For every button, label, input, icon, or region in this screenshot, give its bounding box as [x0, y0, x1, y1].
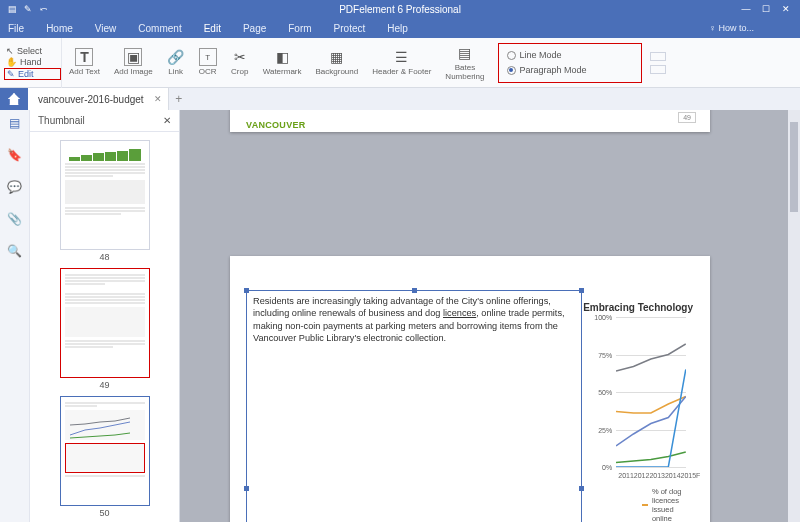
radio-icon [507, 66, 516, 75]
thumbnail-49[interactable]: 49 [60, 268, 150, 390]
ocr-icon: T [199, 48, 217, 66]
add-tab-button[interactable]: + [169, 92, 189, 106]
maximize-button[interactable]: ☐ [760, 4, 772, 14]
close-tab-icon[interactable]: ✕ [154, 94, 162, 104]
thumbnail-panel: Thumbnail ✕ 48 [30, 110, 180, 522]
ribbon-toolbar: ↖Select ✋Hand ✎Edit TAdd Text ▣Add Image… [0, 38, 800, 88]
tab-label: vancouver-2016-budget [38, 94, 144, 105]
bates-numbering-button[interactable]: ▤Bates Numbering [438, 38, 491, 88]
thumbnail-header: Thumbnail ✕ [30, 110, 179, 132]
link-button[interactable]: 🔗Link [160, 38, 192, 88]
edit-mode[interactable]: ✎Edit [4, 68, 61, 80]
page-stack: VANCOUVER 49 Residents are increasingly … [230, 110, 710, 522]
menu-home[interactable]: Home [46, 23, 73, 34]
link-icon: 🔗 [167, 48, 185, 66]
close-panel-icon[interactable]: ✕ [163, 115, 171, 126]
line-mode-radio[interactable]: Line Mode [507, 50, 587, 60]
menu-edit[interactable]: Edit [204, 23, 221, 34]
page-48-tail: VANCOUVER 49 [230, 110, 710, 132]
quick-launch: ▤ ✎ ⤺ [0, 4, 50, 14]
list-style-group [650, 48, 666, 78]
watermark-button[interactable]: ◧Watermark [256, 38, 309, 88]
hand-icon: ✋ [6, 57, 17, 67]
thumbnail-48[interactable]: 48 [60, 140, 150, 262]
list-style-2[interactable] [650, 65, 666, 74]
app-title: PDFelement 6 Professional [339, 4, 461, 15]
comments-icon[interactable]: 💬 [7, 180, 22, 194]
menu-view[interactable]: View [95, 23, 117, 34]
header-footer-icon: ☰ [393, 48, 411, 66]
side-iconrail: ▤ 🔖 💬 📎 🔍 [0, 110, 30, 522]
main-area: ▤ 🔖 💬 📎 🔍 Thumbnail ✕ 48 [0, 110, 800, 522]
chart-legend: % of dog licences issued online% of busi… [642, 487, 694, 522]
radio-icon [507, 51, 516, 60]
page-number: 49 [678, 112, 696, 123]
paragraph-mode-radio[interactable]: Paragraph Mode [507, 65, 587, 75]
menu-help[interactable]: Help [387, 23, 408, 34]
background-button[interactable]: ▦Background [309, 38, 366, 88]
list-style-1[interactable] [650, 52, 666, 61]
selected-paragraph[interactable]: Residents are increasingly taking advant… [246, 290, 582, 522]
chart-embracing-technology: Embracing Technology 100% 75% 50% 25% 0%… [582, 302, 694, 522]
edit-mode-group: Line Mode Paragraph Mode [498, 43, 642, 83]
bookmarks-icon[interactable]: 🔖 [7, 148, 22, 162]
home-tab[interactable] [0, 88, 28, 110]
crop-button[interactable]: ✂Crop [224, 38, 256, 88]
menu-bar: File Home View Comment Edit Page Form Pr… [0, 18, 800, 38]
vertical-scrollbar[interactable] [788, 110, 800, 522]
home-icon [8, 93, 20, 105]
watermark-icon: ◧ [273, 48, 291, 66]
bates-icon: ▤ [456, 44, 474, 62]
title-bar: ▤ ✎ ⤺ PDFelement 6 Professional — ☐ ✕ [0, 0, 800, 18]
ql-icon-2[interactable]: ✎ [24, 4, 34, 14]
chart-title: Embracing Technology [582, 302, 694, 313]
add-text-button[interactable]: TAdd Text [62, 38, 107, 88]
hand-mode[interactable]: ✋Hand [6, 57, 61, 67]
chart-xaxis: 2011 2012 2013 2014 2015F [616, 472, 686, 479]
chart-lines [616, 317, 686, 467]
header-footer-button[interactable]: ☰Header & Footer [365, 38, 438, 88]
paragraph-text: Residents are increasingly taking advant… [253, 296, 565, 343]
ql-icon-1[interactable]: ▤ [8, 4, 18, 14]
window-controls: — ☐ ✕ [740, 4, 800, 14]
menu-page[interactable]: Page [243, 23, 266, 34]
menu-protect[interactable]: Protect [334, 23, 366, 34]
crop-icon: ✂ [231, 48, 249, 66]
chart-plot: 100% 75% 50% 25% 0% 2011 2012 2013 2014 … [616, 317, 686, 467]
background-icon: ▦ [328, 48, 346, 66]
thumbnail-title: Thumbnail [38, 115, 85, 126]
document-viewport[interactable]: VANCOUVER 49 Residents are increasingly … [180, 110, 800, 522]
thumbnails-icon[interactable]: ▤ [9, 116, 20, 130]
thumbnail-list[interactable]: 48 49 [30, 132, 179, 522]
selection-mode-group: ↖Select ✋Hand ✎Edit [0, 38, 62, 88]
add-image-button[interactable]: ▣Add Image [107, 38, 160, 88]
menu-file[interactable]: File [8, 23, 24, 34]
ocr-button[interactable]: TOCR [192, 38, 224, 88]
text-icon: T [75, 48, 93, 66]
scrollbar-handle[interactable] [790, 122, 798, 212]
attachments-icon[interactable]: 📎 [7, 212, 22, 226]
select-mode[interactable]: ↖Select [6, 46, 61, 56]
menu-comment[interactable]: Comment [138, 23, 181, 34]
page-49: Residents are increasingly taking advant… [230, 256, 710, 522]
document-tabstrip: vancouver-2016-budget ✕ + [0, 88, 800, 110]
edit-icon: ✎ [7, 69, 15, 79]
ql-icon-3[interactable]: ⤺ [40, 4, 50, 14]
how-to-link[interactable]: ♀ How to... [709, 23, 754, 33]
menu-form[interactable]: Form [288, 23, 311, 34]
search-icon[interactable]: 🔍 [7, 244, 22, 258]
close-button[interactable]: ✕ [780, 4, 792, 14]
minimize-button[interactable]: — [740, 4, 752, 14]
document-tab[interactable]: vancouver-2016-budget ✕ [28, 88, 169, 110]
brand-logo: VANCOUVER [246, 120, 306, 130]
cursor-icon: ↖ [6, 46, 14, 56]
image-icon: ▣ [124, 48, 142, 66]
thumbnail-50[interactable]: 50 [60, 396, 150, 518]
